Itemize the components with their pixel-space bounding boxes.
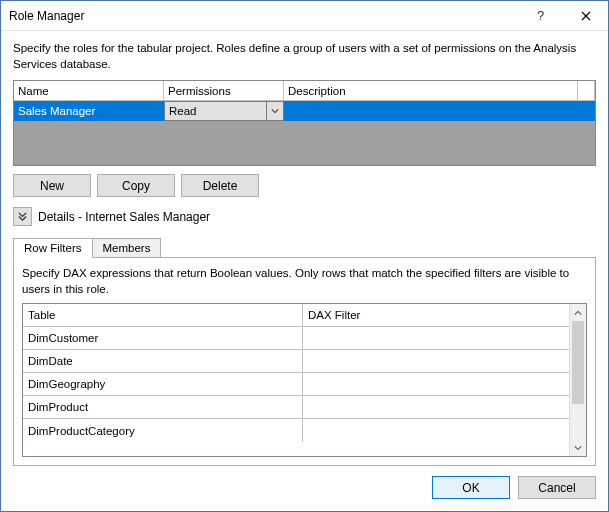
- filter-grid[interactable]: Table DAX Filter DimCustomer DimDate Dim…: [22, 303, 587, 457]
- cancel-button[interactable]: Cancel: [518, 476, 596, 499]
- permission-value: Read: [169, 105, 197, 117]
- filter-table-cell: DimDate: [23, 350, 303, 372]
- double-chevron-down-icon: [17, 211, 28, 222]
- window-title: Role Manager: [9, 9, 518, 23]
- close-button[interactable]: [563, 1, 608, 30]
- dialog-footer: OK Cancel: [1, 466, 608, 511]
- role-buttons: New Copy Delete: [13, 174, 596, 197]
- filter-row[interactable]: DimGeography: [23, 373, 569, 396]
- scroll-track[interactable]: [570, 321, 586, 439]
- roles-grid-header: Name Permissions Description: [14, 81, 595, 101]
- help-button[interactable]: ?: [518, 1, 563, 30]
- filter-dax-cell[interactable]: [303, 419, 569, 442]
- scroll-down-button[interactable]: [570, 439, 586, 456]
- close-icon: [581, 11, 591, 21]
- filter-dax-cell[interactable]: [303, 373, 569, 395]
- role-description-cell[interactable]: [284, 101, 595, 121]
- filter-row[interactable]: DimDate: [23, 350, 569, 373]
- filter-table-cell: DimProductCategory: [23, 419, 303, 442]
- col-header-table[interactable]: Table: [23, 304, 303, 326]
- roles-grid-row[interactable]: Sales Manager Read: [14, 101, 595, 121]
- chevron-down-icon: [574, 444, 582, 452]
- permission-dropdown[interactable]: Read: [164, 101, 284, 121]
- col-header-dax[interactable]: DAX Filter: [303, 304, 569, 326]
- filter-table-cell: DimProduct: [23, 396, 303, 418]
- details-header: Details - Internet Sales Manager: [13, 207, 596, 226]
- filter-dax-cell[interactable]: [303, 327, 569, 349]
- filter-row[interactable]: DimCustomer: [23, 327, 569, 350]
- tab-body-row-filters: Specify DAX expressions that return Bool…: [13, 257, 596, 466]
- filter-grid-header: Table DAX Filter: [23, 304, 569, 327]
- delete-button[interactable]: Delete: [181, 174, 259, 197]
- role-manager-dialog: Role Manager ? Specify the roles for the…: [0, 0, 609, 512]
- col-header-name[interactable]: Name: [14, 81, 164, 100]
- details-toggle-button[interactable]: [13, 207, 32, 226]
- chevron-down-icon: [266, 102, 279, 120]
- new-button[interactable]: New: [13, 174, 91, 197]
- titlebar: Role Manager ?: [1, 1, 608, 31]
- tabs: Row Filters Members: [13, 238, 596, 258]
- filter-dax-cell[interactable]: [303, 350, 569, 372]
- col-header-description[interactable]: Description: [284, 81, 577, 100]
- col-header-permissions[interactable]: Permissions: [164, 81, 284, 100]
- filter-dax-cell[interactable]: [303, 396, 569, 418]
- tab-row-filters[interactable]: Row Filters: [13, 238, 93, 258]
- scroll-thumb[interactable]: [572, 321, 584, 404]
- filter-table-cell: DimGeography: [23, 373, 303, 395]
- filter-table-cell: DimCustomer: [23, 327, 303, 349]
- filter-row[interactable]: DimProductCategory: [23, 419, 569, 442]
- ok-button[interactable]: OK: [432, 476, 510, 499]
- filter-row[interactable]: DimProduct: [23, 396, 569, 419]
- vertical-scrollbar[interactable]: [569, 304, 586, 456]
- row-filters-instruction: Specify DAX expressions that return Bool…: [22, 266, 587, 297]
- roles-grid[interactable]: Name Permissions Description Sales Manag…: [13, 80, 596, 166]
- tab-members[interactable]: Members: [93, 238, 162, 258]
- col-header-spacer: [577, 81, 595, 100]
- chevron-up-icon: [574, 309, 582, 317]
- details-label: Details - Internet Sales Manager: [38, 210, 210, 224]
- scroll-up-button[interactable]: [570, 304, 586, 321]
- dialog-instruction: Specify the roles for the tabular projec…: [13, 41, 596, 72]
- role-name-cell[interactable]: Sales Manager: [14, 101, 164, 121]
- copy-button[interactable]: Copy: [97, 174, 175, 197]
